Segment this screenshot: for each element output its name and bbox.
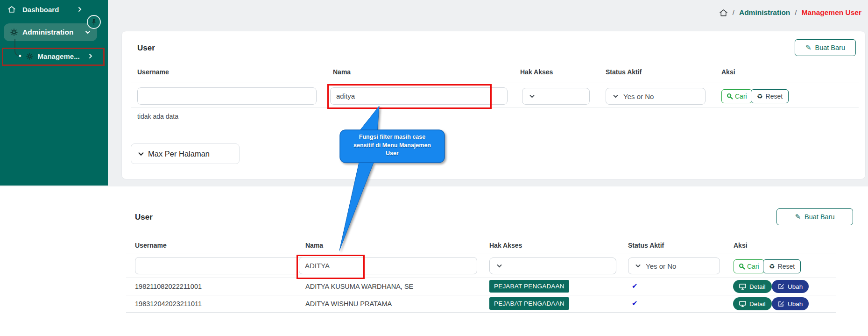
sidebar-item-label: Administration bbox=[22, 28, 73, 36]
column-header-hak-akses: Hak Akses bbox=[489, 242, 522, 249]
cell-username: 198211082022211001 bbox=[135, 283, 202, 290]
breadcrumb-separator: / bbox=[733, 8, 734, 17]
divider bbox=[131, 107, 859, 108]
chevron-down-icon bbox=[85, 30, 91, 35]
cari-label: Cari bbox=[735, 93, 747, 100]
pin-menu-button[interactable] bbox=[87, 15, 101, 29]
chevron-down-icon bbox=[635, 264, 641, 268]
hak-akses-select[interactable] bbox=[489, 257, 616, 274]
chevron-down-icon bbox=[529, 94, 535, 99]
hak-akses-select[interactable] bbox=[522, 88, 590, 105]
reset-button[interactable]: ♻ Reset bbox=[751, 89, 789, 103]
hak-akses-badge: PEJABAT PENGADAAN bbox=[489, 297, 569, 310]
max-per-halaman-select[interactable]: Max Per Halaman bbox=[131, 143, 240, 164]
monitor-icon bbox=[739, 284, 746, 290]
column-header-username: Username bbox=[135, 242, 167, 249]
annotation-box-sidebar bbox=[2, 48, 105, 66]
edit-icon bbox=[778, 284, 784, 290]
create-new-label: Buat Baru bbox=[804, 213, 835, 221]
detail-label: Detail bbox=[749, 300, 766, 307]
callout-line: User bbox=[340, 150, 445, 158]
column-header-aksi: Aksi bbox=[734, 242, 748, 249]
ubah-button[interactable]: Ubah bbox=[772, 297, 809, 310]
search-icon bbox=[727, 93, 733, 100]
create-new-button[interactable]: ✎ Buat Baru bbox=[795, 39, 856, 56]
cari-label: Cari bbox=[747, 263, 759, 270]
chevron-right-icon bbox=[78, 7, 82, 12]
monitor-icon bbox=[739, 301, 746, 307]
recycle-icon: ♻ bbox=[769, 263, 775, 270]
reset-label: Reset bbox=[778, 263, 795, 270]
select-value: Yes or No bbox=[623, 93, 654, 100]
username-filter-input[interactable] bbox=[135, 257, 318, 274]
pencil-icon: ✎ bbox=[795, 213, 801, 221]
reset-label: Reset bbox=[766, 93, 783, 100]
sidebar-item-administration[interactable]: Administration bbox=[4, 23, 97, 41]
status-aktif-select[interactable]: Yes or No bbox=[606, 88, 706, 105]
sidebar-item-label: Dashboard bbox=[22, 6, 59, 14]
breadcrumb: / Administration / Managemen User bbox=[719, 7, 861, 19]
chevron-down-icon bbox=[613, 94, 619, 99]
divider bbox=[126, 295, 836, 295]
breadcrumb-item-administration[interactable]: Administration bbox=[739, 8, 790, 17]
status-check-icon: ✔ bbox=[632, 299, 638, 307]
search-icon bbox=[739, 263, 745, 270]
column-header-nama: Nama bbox=[333, 68, 351, 76]
status-aktif-select[interactable]: Yes or No bbox=[628, 257, 720, 274]
pencil-icon: ✎ bbox=[805, 43, 812, 52]
status-check-icon: ✔ bbox=[632, 282, 638, 290]
hak-akses-badge: PEJABAT PENGADAAN bbox=[489, 280, 569, 293]
cari-button[interactable]: Cari bbox=[734, 259, 764, 273]
ubah-button[interactable]: Ubah bbox=[772, 280, 809, 293]
column-header-hak-akses: Hak Akses bbox=[520, 68, 553, 76]
home-icon[interactable] bbox=[719, 8, 728, 17]
callout-text: Fungsi filter masih case sensitif di Men… bbox=[340, 133, 445, 158]
home-icon bbox=[7, 5, 16, 14]
panel-title: User bbox=[137, 43, 155, 53]
divider bbox=[126, 312, 836, 313]
cell-nama: ADITYA WISHNU PRATAMA bbox=[305, 300, 392, 307]
detail-label: Detail bbox=[749, 283, 766, 290]
create-new-button[interactable]: ✎ Buat Baru bbox=[776, 208, 853, 225]
reset-button[interactable]: ♻ Reset bbox=[763, 259, 801, 273]
user-panel-top: User ✎ Buat Baru Username Nama Hak Akses… bbox=[121, 31, 866, 179]
select-value: Yes or No bbox=[646, 262, 676, 270]
detail-button[interactable]: Detail bbox=[733, 297, 772, 310]
column-header-status-aktif: Status Aktif bbox=[606, 68, 642, 76]
gear-icon bbox=[10, 29, 18, 36]
divider bbox=[126, 253, 836, 253]
chevron-down-icon bbox=[138, 151, 144, 157]
ubah-label: Ubah bbox=[788, 283, 803, 290]
chevron-down-icon bbox=[496, 264, 502, 268]
cell-nama: ADITYA KUSUMA WARDHANA, SE bbox=[305, 283, 413, 290]
divider bbox=[131, 83, 859, 83]
username-filter-input[interactable] bbox=[137, 87, 317, 105]
divider bbox=[122, 125, 865, 125]
cari-button[interactable]: Cari bbox=[721, 89, 752, 103]
sidebar-item-dashboard[interactable]: Dashboard bbox=[7, 3, 82, 16]
ubah-label: Ubah bbox=[788, 300, 803, 307]
sidebar: Dashboard Administration • bbox=[0, 0, 108, 186]
callout-line: Fungsi filter masih case bbox=[340, 133, 445, 142]
column-header-status-aktif: Status Aktif bbox=[628, 242, 664, 249]
cell-username: 198312042023211011 bbox=[135, 300, 202, 307]
breadcrumb-separator: / bbox=[795, 8, 797, 17]
column-header-aksi: Aksi bbox=[721, 68, 735, 76]
recycle-icon: ♻ bbox=[757, 93, 763, 100]
edit-icon bbox=[778, 301, 784, 307]
column-header-username: Username bbox=[137, 68, 169, 76]
panel-title: User bbox=[135, 213, 153, 222]
nama-filter-input[interactable] bbox=[299, 257, 477, 274]
breadcrumb-item-managemen-user: Managemen User bbox=[802, 8, 861, 17]
empty-state-text: tidak ada data bbox=[137, 113, 178, 120]
divider bbox=[126, 278, 836, 278]
create-new-label: Buat Baru bbox=[815, 44, 846, 51]
detail-button[interactable]: Detail bbox=[733, 280, 772, 293]
callout-bubble bbox=[318, 100, 476, 255]
select-value: Max Per Halaman bbox=[148, 150, 210, 158]
callout-line: sensitif di Menu Manajemen bbox=[340, 142, 445, 150]
pin-icon bbox=[91, 19, 97, 25]
